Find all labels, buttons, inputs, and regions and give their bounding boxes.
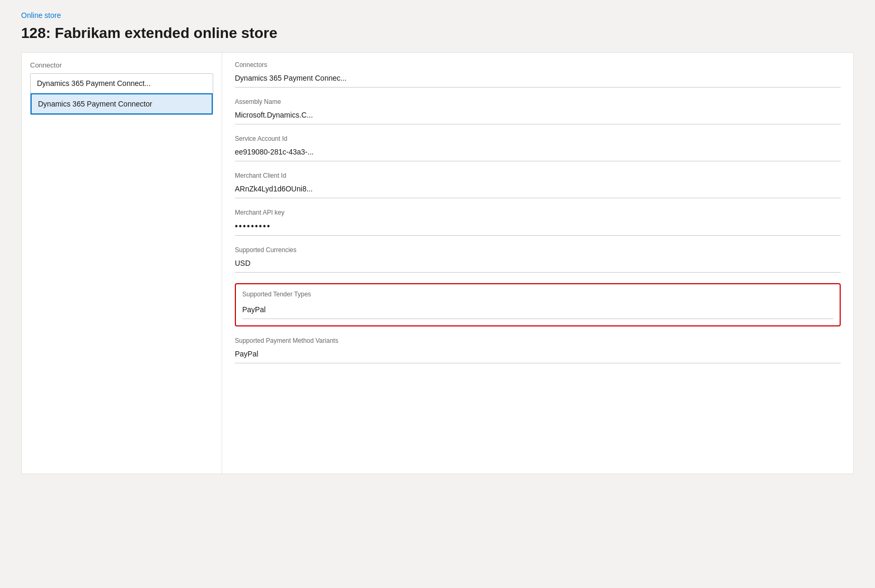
field-group-supported-currencies: Supported Currencies USD bbox=[235, 246, 841, 273]
field-value-merchant-api-key: ••••••••• bbox=[235, 218, 841, 236]
connector-item-1[interactable]: Dynamics 365 Payment Connect... bbox=[31, 74, 213, 93]
field-value-assembly-name: Microsoft.Dynamics.C... bbox=[235, 108, 841, 124]
field-value-connectors: Dynamics 365 Payment Connec... bbox=[235, 71, 841, 88]
field-label-service-account-id: Service Account Id bbox=[235, 135, 841, 142]
field-group-payment-variants: Supported Payment Method Variants PayPal bbox=[235, 337, 841, 363]
left-panel: Connector Dynamics 365 Payment Connect..… bbox=[22, 53, 222, 474]
page-container: Online store 128: Fabrikam extended onli… bbox=[0, 0, 875, 588]
field-label-merchant-api-key: Merchant API key bbox=[235, 209, 841, 216]
field-group-assembly-name: Assembly Name Microsoft.Dynamics.C... bbox=[235, 98, 841, 124]
breadcrumb-link[interactable]: Online store bbox=[21, 11, 61, 20]
connector-item-2[interactable]: Dynamics 365 Payment Connector bbox=[31, 93, 213, 114]
field-label-assembly-name: Assembly Name bbox=[235, 98, 841, 105]
field-label-tender-types: Supported Tender Types bbox=[242, 291, 833, 298]
left-panel-label: Connector bbox=[30, 61, 213, 69]
field-value-supported-currencies: USD bbox=[235, 256, 841, 273]
field-value-payment-variants: PayPal bbox=[235, 346, 841, 363]
field-group-merchant-client-id: Merchant Client Id ARnZk4Lyd1d6OUni8... bbox=[235, 172, 841, 198]
field-value-tender-types: PayPal bbox=[242, 302, 833, 319]
field-label-merchant-client-id: Merchant Client Id bbox=[235, 172, 841, 179]
field-value-service-account-id: ee919080-281c-43a3-... bbox=[235, 144, 841, 161]
page-title: 128: Fabrikam extended online store bbox=[21, 25, 854, 42]
content-area: Connector Dynamics 365 Payment Connect..… bbox=[21, 52, 854, 474]
field-group-connectors: Connectors Dynamics 365 Payment Connec..… bbox=[235, 61, 841, 88]
field-group-merchant-api-key: Merchant API key ••••••••• bbox=[235, 209, 841, 236]
right-panel: Connectors Dynamics 365 Payment Connec..… bbox=[222, 53, 853, 474]
field-value-merchant-client-id: ARnZk4Lyd1d6OUni8... bbox=[235, 181, 841, 198]
field-label-connectors: Connectors bbox=[235, 61, 841, 69]
tender-types-box: Supported Tender Types PayPal bbox=[235, 283, 841, 326]
field-label-payment-variants: Supported Payment Method Variants bbox=[235, 337, 841, 344]
connector-list: Dynamics 365 Payment Connect... Dynamics… bbox=[30, 73, 213, 115]
field-group-service-account-id: Service Account Id ee919080-281c-43a3-..… bbox=[235, 135, 841, 161]
field-label-supported-currencies: Supported Currencies bbox=[235, 246, 841, 254]
